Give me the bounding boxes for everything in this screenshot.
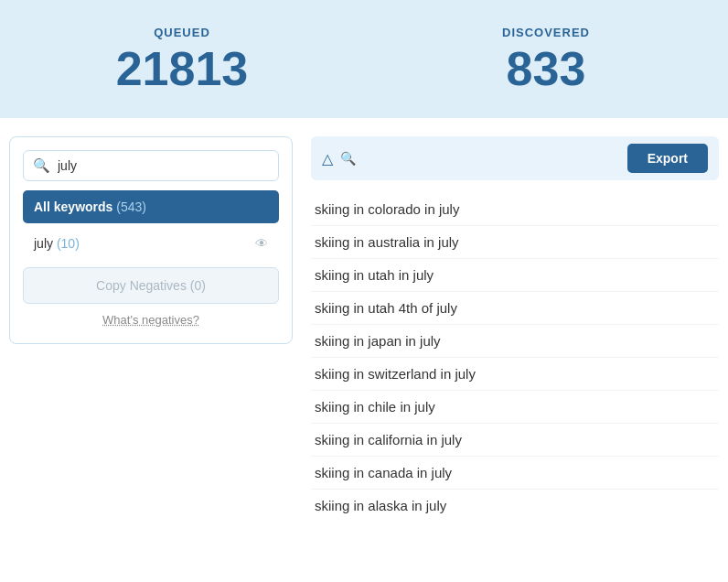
discovered-value: 833 xyxy=(382,45,710,92)
july-keyword-count: (10) xyxy=(57,236,80,251)
right-search-wrapper: 🔍 xyxy=(340,151,620,166)
right-panel: △ 🔍 Export skiing in colorado in julyski… xyxy=(311,136,719,522)
keyword-search-input[interactable] xyxy=(58,158,269,173)
filter-icon[interactable]: △ xyxy=(322,150,333,167)
list-item: skiing in switzerland in july xyxy=(311,358,719,391)
list-item: skiing in canada in july xyxy=(311,457,719,490)
list-item: skiing in utah in july xyxy=(311,259,719,292)
left-panel: 🔍 All keywords (543) july (10) 👁 Copy Ne… xyxy=(9,136,293,344)
export-button[interactable]: Export xyxy=(627,144,708,173)
july-keyword-label: july xyxy=(34,236,57,251)
discovered-label: DISCOVERED xyxy=(382,26,710,39)
right-toolbar: △ 🔍 Export xyxy=(311,136,719,180)
july-keyword-item[interactable]: july (10) 👁 xyxy=(23,227,279,260)
queued-value: 21813 xyxy=(18,45,346,92)
right-search-input[interactable] xyxy=(360,151,620,166)
discovered-stat: DISCOVERED 833 xyxy=(364,16,728,102)
list-item: skiing in utah 4th of july xyxy=(311,292,719,325)
list-item: skiing in australia in july xyxy=(311,226,719,259)
whats-negatives-link[interactable]: What's negatives? xyxy=(23,309,279,330)
right-search-icon: 🔍 xyxy=(340,151,356,166)
keyword-results-list: skiing in colorado in julyskiing in aust… xyxy=(311,193,719,522)
all-keywords-count: (543) xyxy=(116,199,146,214)
search-icon: 🔍 xyxy=(33,157,50,174)
stats-bar: QUEUED 21813 DISCOVERED 833 xyxy=(0,0,728,118)
list-item: skiing in chile in july xyxy=(311,391,719,424)
list-item: skiing in colorado in july xyxy=(311,193,719,226)
list-item: skiing in california in july xyxy=(311,424,719,457)
main-content: 🔍 All keywords (543) july (10) 👁 Copy Ne… xyxy=(0,136,728,522)
eye-icon[interactable]: 👁 xyxy=(255,236,268,251)
all-keywords-item[interactable]: All keywords (543) xyxy=(23,190,279,223)
all-keywords-label: All keywords xyxy=(34,199,116,214)
keyword-search-wrapper: 🔍 xyxy=(23,150,279,181)
queued-label: QUEUED xyxy=(18,26,346,39)
list-item: skiing in japan in july xyxy=(311,325,719,358)
list-item: skiing in alaska in july xyxy=(311,490,719,522)
queued-stat: QUEUED 21813 xyxy=(0,16,364,102)
copy-negatives-button[interactable]: Copy Negatives (0) xyxy=(23,267,279,304)
